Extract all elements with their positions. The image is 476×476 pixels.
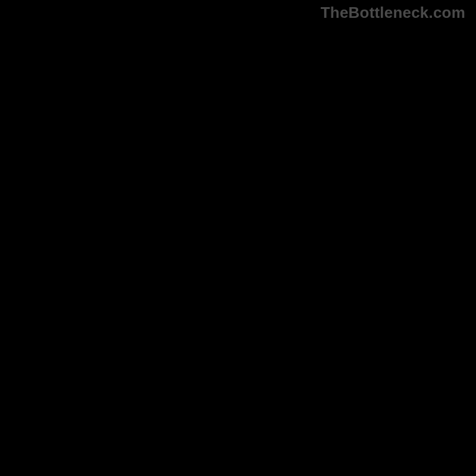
heatmap-canvas — [15, 26, 461, 461]
attribution-watermark: TheBottleneck.com — [321, 4, 465, 22]
figure-frame: TheBottleneck.com — [0, 0, 476, 476]
plot-area — [15, 26, 461, 461]
